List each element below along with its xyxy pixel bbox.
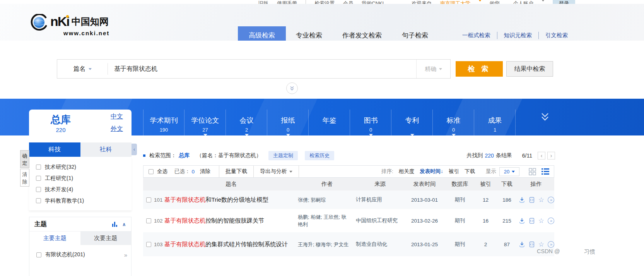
topic-customize-chip[interactable]: 主题定制 (268, 151, 298, 160)
select-all-label[interactable]: 全选 (157, 168, 167, 175)
chevron-up-icon[interactable]: ∧ (122, 221, 126, 227)
db-category-yearbook[interactable]: 年鉴 (309, 99, 350, 135)
field-caret-icon[interactable] (89, 68, 92, 70)
db-category-thesis[interactable]: 学位论文 27 (184, 99, 226, 135)
link-knowledge-element-search[interactable]: 知识元检索 (497, 32, 539, 39)
login-button[interactable]: 登录 (553, 0, 575, 4)
header-downloads[interactable]: 下载 (496, 180, 518, 188)
link-my-cnki[interactable]: 我的CNKI (362, 0, 384, 4)
db-category-conference[interactable]: 会议 2 (226, 99, 267, 135)
search-field-select[interactable]: 篇名 (57, 65, 108, 73)
topic-checkbox[interactable] (36, 252, 41, 257)
cite-icon[interactable]: » (548, 218, 554, 224)
export-analyze-button[interactable]: 导出与分析 (253, 166, 299, 177)
html-read-icon[interactable] (529, 241, 535, 248)
header-source[interactable]: 来源 (356, 180, 404, 188)
favorite-icon[interactable]: ☆ (538, 197, 544, 203)
result-cited-count[interactable]: 16 (475, 218, 496, 224)
search-button[interactable]: 检 索 (456, 61, 503, 77)
page-size-select[interactable]: 20 (499, 167, 519, 176)
sidebar-tab-social-science[interactable]: 社科 (80, 142, 132, 157)
filter-item[interactable]: 技术开发(4) (29, 184, 132, 195)
favorite-icon[interactable]: ☆ (538, 218, 544, 224)
result-authors[interactable]: 王海升; 穆海华; 尹文生 (298, 241, 356, 248)
caret-down-icon[interactable] (245, 134, 249, 136)
favorite-icon[interactable]: ☆ (538, 241, 544, 248)
link-manual[interactable]: 使用手册 (277, 0, 297, 4)
confirm-button[interactable]: 确定 (20, 150, 29, 168)
search-in-results-button[interactable]: 结果中检索 (506, 61, 553, 77)
header-database[interactable]: 数据库 (445, 180, 475, 188)
row-checkbox[interactable] (146, 218, 151, 223)
link-chinese[interactable]: 中文 (111, 113, 123, 121)
total-db-label[interactable]: 总库 (51, 114, 71, 125)
prev-page-button[interactable]: ‹ (538, 152, 545, 159)
more-categories-button[interactable] (538, 110, 552, 125)
sidebar-collapse-handle[interactable]: ‹ (132, 144, 137, 155)
result-download-count[interactable]: 215 (496, 218, 518, 224)
sort-publish-date[interactable]: 发表时间↓ (420, 168, 443, 175)
cite-icon[interactable]: » (548, 197, 554, 203)
sidebar-tab-science-tech[interactable]: 科技 (29, 142, 80, 157)
account-caret-icon[interactable] (542, 0, 544, 2)
bar-chart-icon[interactable] (112, 222, 118, 227)
result-cited-count[interactable]: 2 (475, 242, 496, 247)
download-icon[interactable] (519, 241, 525, 248)
grid-view-button[interactable] (529, 168, 536, 175)
result-cited-count[interactable]: 12 (475, 197, 496, 203)
filter-checkbox[interactable] (36, 198, 41, 203)
link-one-box-search[interactable]: 一框式检索 (456, 32, 497, 39)
header-date[interactable]: 发表时间 (404, 180, 445, 188)
caret-down-icon[interactable] (452, 134, 456, 136)
cnki-logo[interactable]: nKi 中国知网 www.cnki.net (30, 14, 109, 36)
html-read-icon[interactable] (529, 197, 535, 203)
sort-cited[interactable]: 被引 (449, 168, 459, 175)
result-authors[interactable]: 杨鹏; 柏健; 王欣然; 耿艳利 (298, 213, 356, 228)
caret-down-icon[interactable] (286, 134, 290, 136)
caret-down-icon[interactable] (203, 134, 207, 136)
link-foreign[interactable]: 外文 (111, 125, 123, 133)
org-name[interactable]: 南京理工大学 (440, 0, 470, 4)
caret-down-icon[interactable] (369, 134, 373, 136)
link-membership[interactable]: 会员 (343, 0, 353, 4)
header-authors[interactable]: 作者 (298, 180, 356, 188)
next-page-button[interactable]: › (547, 152, 555, 159)
result-source[interactable]: 制造业自动化 (356, 241, 404, 248)
db-category-book[interactable]: 图书 0 (350, 99, 391, 135)
search-input[interactable] (108, 65, 416, 72)
link-citation-search[interactable]: 引文检索 (538, 32, 574, 39)
match-caret-icon[interactable] (439, 68, 442, 70)
db-category-standard[interactable]: 标准 0 (433, 99, 474, 135)
filter-checkbox[interactable] (36, 176, 41, 181)
download-icon[interactable] (519, 218, 525, 224)
link-search-settings[interactable]: 检索设置 (306, 0, 335, 4)
cite-icon[interactable]: » (548, 241, 554, 248)
org-caret-icon[interactable] (479, 0, 481, 2)
result-source[interactable]: 计算机应用 (356, 196, 404, 203)
sort-relevance[interactable]: 相关度 (399, 168, 415, 175)
result-download-count[interactable]: 87 (496, 242, 518, 247)
search-history-chip[interactable]: 检索历史 (305, 151, 334, 160)
filter-item[interactable]: 学科教育教学(1) (29, 195, 132, 206)
result-authors[interactable]: 张倩; 郭嗣琮 (298, 196, 356, 204)
db-category-journal[interactable]: 学术期刊 190 (143, 99, 184, 135)
result-title-link[interactable]: 基于有限状态机的集群式硅片传输控制系统设计 (164, 240, 298, 249)
clear-button[interactable]: 清除 (20, 169, 29, 187)
list-view-button[interactable] (542, 168, 549, 175)
scope-db-value[interactable]: 总库 (179, 152, 190, 159)
row-checkbox[interactable] (146, 197, 151, 202)
select-all-checkbox[interactable] (149, 169, 154, 174)
link-old-version[interactable]: 旧版 (258, 0, 268, 4)
match-mode-select[interactable]: 精确 (416, 60, 450, 78)
tab-primary-topic[interactable]: 主要主题 (29, 231, 80, 245)
html-read-icon[interactable] (529, 218, 535, 224)
caret-down-icon[interactable] (410, 134, 414, 136)
batch-download-button[interactable]: 批量下载 (219, 166, 253, 177)
result-title-link[interactable]: 基于有限状态机控制的智能假肢踝关节 (164, 217, 298, 225)
clear-selection-button[interactable]: 清除 (200, 168, 210, 175)
result-source[interactable]: 中国组织工程研究 (356, 217, 404, 224)
db-category-newspaper[interactable]: 报纸 0 (267, 99, 309, 135)
filter-checkbox[interactable] (36, 165, 41, 170)
db-category-patent[interactable]: 专利 (391, 99, 433, 135)
total-db-card[interactable]: 总库 220 中文 外文 (29, 110, 132, 137)
